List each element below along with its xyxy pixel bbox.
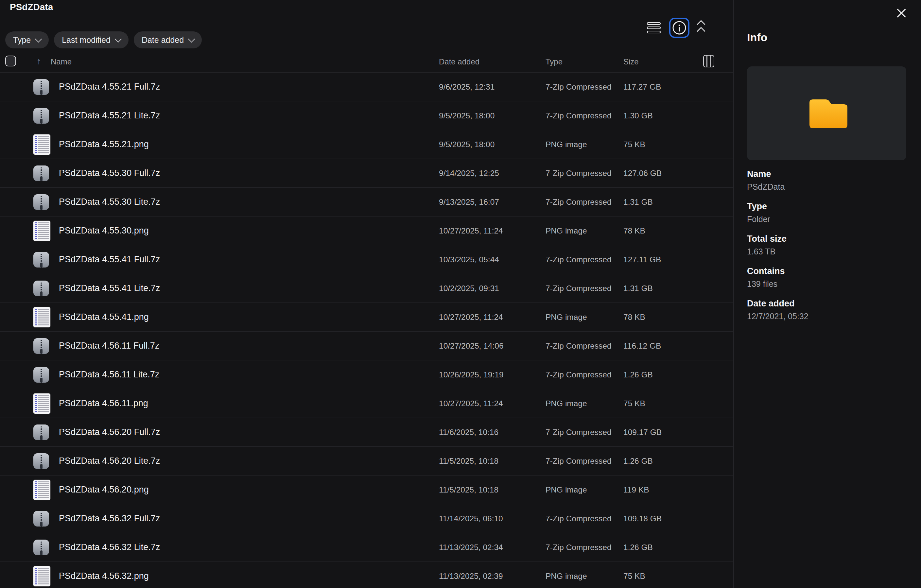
file-size: 78 KB <box>623 226 645 235</box>
info-field-label: Total size <box>747 233 906 244</box>
table-row[interactable]: PSdZData 4.55.21 Lite.7z 9/5/2025, 18:00… <box>0 101 733 130</box>
filter-last-modified-label: Last modified <box>62 35 111 45</box>
png-thumbnail-icon <box>33 480 50 500</box>
select-all-checkbox[interactable] <box>5 55 16 67</box>
table-row[interactable]: PSdZData 4.55.30 Full.7z 9/14/2025, 12:2… <box>0 159 733 188</box>
7zip-file-icon <box>33 194 49 210</box>
table-row[interactable]: PSdZData 4.55.41.png 10/27/2025, 11:24 P… <box>0 303 733 332</box>
file-name: PSdZData 4.56.32 Full.7z <box>59 513 160 524</box>
file-name: PSdZData 4.55.41 Lite.7z <box>59 283 160 293</box>
filter-last-modified[interactable]: Last modified <box>54 31 129 49</box>
info-field-value: 12/7/2021, 05:32 <box>747 311 906 321</box>
filter-date-added-label: Date added <box>142 35 184 45</box>
file-date-added: 10/27/2025, 14:06 <box>439 341 504 350</box>
file-size: 1.30 GB <box>623 111 653 121</box>
info-field: Contains 139 files <box>747 266 906 289</box>
info-field-value: Folder <box>747 214 906 224</box>
info-field-value: 139 files <box>747 279 906 289</box>
column-header-size[interactable]: Size <box>623 57 639 67</box>
table-row[interactable]: PSdZData 4.55.30 Lite.7z 9/13/2025, 16:0… <box>0 188 733 217</box>
info-panel-title: Info <box>747 31 767 44</box>
table-row[interactable]: PSdZData 4.56.20 Lite.7z 11/5/2025, 10:1… <box>0 447 733 476</box>
table-row[interactable]: PSdZData 4.56.32.png 11/13/2025, 02:39 P… <box>0 562 733 588</box>
folder-icon <box>805 97 848 130</box>
7zip-file-icon <box>33 280 49 296</box>
file-type: 7-Zip Compressed <box>545 197 612 207</box>
7zip-file-icon <box>33 453 49 469</box>
table-row[interactable]: PSdZData 4.56.11 Lite.7z 10/26/2025, 19:… <box>0 360 733 389</box>
info-fields: Name PSdZData Type Folder Total size 1.6… <box>747 169 906 331</box>
file-type: 7-Zip Compressed <box>545 82 612 91</box>
info-field-label: Date added <box>747 298 906 309</box>
table-row[interactable]: PSdZData 4.55.41 Full.7z 10/3/2025, 05:4… <box>0 245 733 274</box>
table-row[interactable]: PSdZData 4.56.11 Full.7z 10/27/2025, 14:… <box>0 332 733 360</box>
close-icon[interactable] <box>895 7 907 19</box>
column-header-date-added[interactable]: Date added <box>439 57 480 67</box>
table-row[interactable]: PSdZData 4.55.21 Full.7z 9/6/2025, 12:31… <box>0 73 733 101</box>
file-date-added: 11/14/2025, 06:10 <box>439 514 503 523</box>
file-type: PNG image <box>545 399 587 408</box>
file-date-added: 9/13/2025, 16:07 <box>439 197 499 207</box>
table-row[interactable]: PSdZData 4.56.20.png 11/5/2025, 10:18 PN… <box>0 476 733 504</box>
info-field-value: PSdZData <box>747 182 906 192</box>
file-name: PSdZData 4.56.11 Lite.7z <box>59 370 159 380</box>
file-size: 1.31 GB <box>623 197 653 207</box>
file-size: 127.11 GB <box>623 255 661 264</box>
file-type: 7-Zip Compressed <box>545 543 612 552</box>
7zip-file-icon <box>33 252 49 267</box>
file-size: 1.26 GB <box>623 543 653 552</box>
7zip-file-icon <box>33 511 49 526</box>
file-name: PSdZData 4.55.30 Full.7z <box>59 168 160 178</box>
file-name: PSdZData 4.55.30 Lite.7z <box>59 197 160 207</box>
column-header-name[interactable]: Name <box>51 57 72 67</box>
file-size: 119 KB <box>623 485 649 495</box>
table-row[interactable]: PSdZData 4.55.41 Lite.7z 10/2/2025, 09:3… <box>0 274 733 303</box>
sort-ascending-icon[interactable]: ↑ <box>37 56 41 67</box>
info-field-label: Name <box>747 169 906 179</box>
info-field-value: 1.63 TB <box>747 247 906 256</box>
file-date-added: 9/5/2025, 18:00 <box>439 140 495 149</box>
file-type: 7-Zip Compressed <box>545 370 612 380</box>
table-row[interactable]: PSdZData 4.56.32 Lite.7z 11/13/2025, 02:… <box>0 533 733 562</box>
file-date-added: 10/27/2025, 11:24 <box>439 226 503 235</box>
file-size: 117.27 GB <box>623 82 661 91</box>
file-date-added: 10/3/2025, 05:44 <box>439 255 499 264</box>
file-name: PSdZData 4.56.32.png <box>59 571 149 581</box>
file-type: 7-Zip Compressed <box>545 284 612 293</box>
file-size: 75 KB <box>623 140 645 149</box>
columns-settings-icon[interactable] <box>703 55 714 67</box>
file-date-added: 11/5/2025, 10:18 <box>439 485 498 495</box>
file-type: 7-Zip Compressed <box>545 341 612 350</box>
table-row[interactable]: PSdZData 4.55.30.png 10/27/2025, 11:24 P… <box>0 217 733 245</box>
table-row[interactable]: PSdZData 4.56.32 Full.7z 11/14/2025, 06:… <box>0 504 733 533</box>
7zip-file-icon <box>33 425 49 440</box>
file-size: 127.06 GB <box>623 169 662 178</box>
collapse-all-button[interactable] <box>698 21 704 34</box>
info-field: Total size 1.63 TB <box>747 233 906 256</box>
table-row[interactable]: PSdZData 4.55.21.png 9/5/2025, 18:00 PNG… <box>0 130 733 159</box>
file-date-added: 9/6/2025, 12:31 <box>439 82 495 91</box>
filter-type[interactable]: Type <box>5 31 49 49</box>
filter-date-added[interactable]: Date added <box>134 31 202 49</box>
chevron-down-icon <box>188 35 195 42</box>
info-panel-toggle-button[interactable] <box>669 18 690 38</box>
7zip-file-icon <box>33 539 49 555</box>
list-view-button[interactable] <box>647 22 661 33</box>
7zip-file-icon <box>33 79 49 95</box>
file-list: PSdZData 4.55.21 Full.7z 9/6/2025, 12:31… <box>0 72 733 588</box>
file-date-added: 10/27/2025, 11:24 <box>439 313 503 322</box>
file-size: 116.12 GB <box>623 341 661 350</box>
table-row[interactable]: PSdZData 4.56.11.png 10/27/2025, 11:24 P… <box>0 389 733 418</box>
file-name: PSdZData 4.56.32 Lite.7z <box>59 542 160 552</box>
file-date-added: 11/5/2025, 10:18 <box>439 456 498 466</box>
file-type: PNG image <box>545 140 587 149</box>
file-size: 1.31 GB <box>623 284 653 293</box>
table-row[interactable]: PSdZData 4.56.20 Full.7z 11/6/2025, 10:1… <box>0 418 733 447</box>
file-name: PSdZData 4.56.20.png <box>59 485 149 495</box>
column-header-type[interactable]: Type <box>545 57 563 67</box>
file-size: 75 KB <box>623 572 645 581</box>
chevron-down-icon <box>35 35 42 42</box>
file-type: PNG image <box>545 313 587 322</box>
file-date-added: 10/26/2025, 19:19 <box>439 370 504 380</box>
page-title: PSdZData <box>10 2 53 12</box>
